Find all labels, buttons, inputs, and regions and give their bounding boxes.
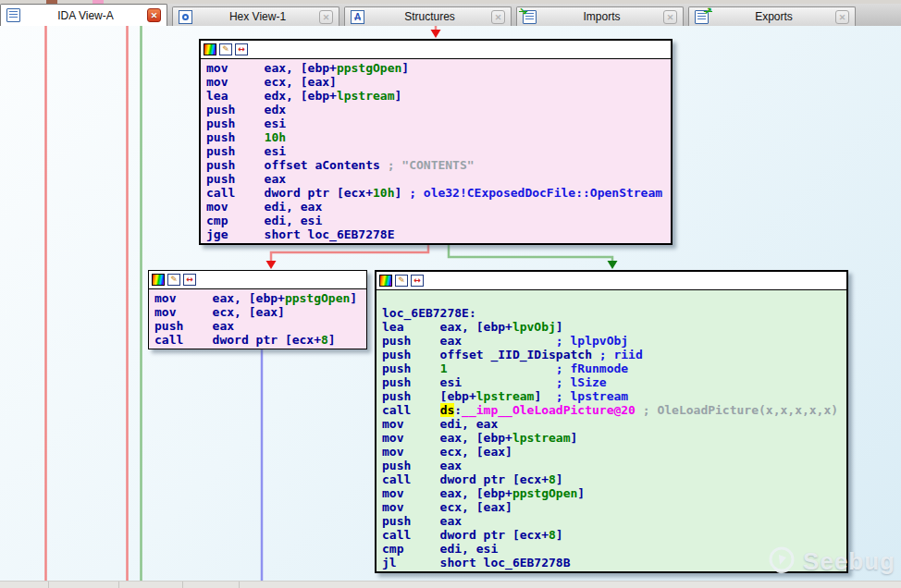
code-line[interactable]: mov eax, [ebp+ppstgOpen] — [154, 291, 366, 305]
instruction-token: push esi — [206, 116, 286, 130]
code-line[interactable]: call dword ptr [ecx+8] — [382, 472, 846, 486]
code-line[interactable]: push esi — [206, 144, 671, 158]
code-line[interactable]: push offset _IID_IDispatch ; riid — [382, 348, 846, 361]
instruction-token: lea edx, [ebp+ — [206, 89, 337, 103]
code-line[interactable]: push edx — [206, 103, 671, 116]
code-line[interactable]: call dword ptr [ecx+10h] ; ole32!CExpose… — [206, 186, 671, 200]
node-frame-icon[interactable]: ↔ — [183, 274, 196, 286]
node-edit-icon[interactable]: ✎ — [219, 43, 232, 55]
comment-token: ; lSize — [556, 375, 607, 389]
code-line[interactable]: lea edx, [ebp+lpstream] — [206, 89, 671, 103]
node-edit-icon[interactable]: ✎ — [167, 274, 180, 286]
instruction-token: push eax — [382, 459, 462, 472]
local-var-token: 8 — [549, 472, 556, 486]
comment-token: ; fRunmode — [556, 361, 628, 375]
node-frame-icon[interactable]: ↔ — [235, 43, 248, 55]
code-line[interactable]: call ds:__imp__OleLoadPicture@20 ; OleLo… — [382, 403, 846, 417]
instruction-token: ] — [571, 431, 578, 445]
tab-imports[interactable]: ↘Imports✕ — [516, 6, 684, 26]
node-color-palette-icon[interactable] — [204, 43, 216, 55]
instruction-token: push edx — [206, 103, 286, 116]
code-line[interactable]: mov ecx, [eax] — [382, 500, 846, 514]
node-code: mov eax, [ebp+ppstgOpen]mov ecx, [eax]le… — [201, 59, 671, 243]
instruction-token: ] — [395, 89, 402, 103]
instruction-token: mov ecx, [eax] — [382, 500, 512, 514]
code-line[interactable]: push eax — [382, 459, 846, 472]
node-oleloadpicture[interactable]: ✎↔ loc_6EB7278E:lea eax, [ebp+lpvObj]pus… — [375, 270, 848, 573]
structures-icon: A — [351, 10, 364, 24]
node-color-palette-icon[interactable] — [379, 275, 392, 287]
code-line[interactable]: mov edi, eax — [206, 200, 671, 214]
tab-exports[interactable]: ↗Exports✕ — [688, 6, 856, 26]
code-line[interactable]: push esi ; lSize — [382, 375, 846, 389]
code-line[interactable]: loc_6EB7278E: — [382, 306, 846, 320]
instruction-token: push eax — [206, 172, 286, 186]
node-code: loc_6EB7278E:lea eax, [ebp+lpvObj]push e… — [376, 290, 846, 571]
code-line[interactable]: push 1 ; fRunmode — [382, 361, 846, 375]
code-line[interactable]: cmp edi, esi — [382, 542, 846, 556]
tab-close-button[interactable]: ✕ — [835, 10, 849, 24]
instruction-token: ] — [328, 333, 336, 347]
code-line[interactable]: push eax — [206, 172, 671, 186]
code-line[interactable]: push [ebp+lpstream] ; lpstream — [382, 389, 846, 403]
false-branch-edge-arrowhead — [266, 261, 277, 269]
code-line[interactable]: call dword ptr [ecx+8] — [154, 333, 366, 347]
code-line[interactable]: mov ecx, [eax] — [206, 75, 671, 89]
instruction-token: push eax — [382, 334, 556, 348]
code-line[interactable]: mov eax, [ebp+lpstream] — [382, 431, 846, 445]
node-release[interactable]: ✎↔mov eax, [ebp+ppstgOpen]mov ecx, [eax]… — [148, 270, 367, 349]
code-line[interactable]: mov edi, eax — [382, 417, 846, 431]
tab-structures[interactable]: AStructures✕ — [344, 6, 512, 26]
instruction-token: mov ecx, [eax] — [206, 75, 337, 89]
code-line[interactable]: jl short loc_6EB7278B — [382, 556, 846, 570]
tab-label: Exports — [712, 10, 835, 23]
tab-close-button[interactable]: ✕ — [147, 8, 161, 22]
tab-close-button[interactable]: ✕ — [663, 10, 677, 24]
instruction-token: cmp edi, esi — [206, 214, 322, 227]
tab-close-button[interactable]: ✕ — [319, 10, 333, 24]
horizontal-scrollbar[interactable] — [0, 581, 901, 588]
code-line[interactable] — [382, 292, 846, 306]
code-line[interactable]: push 10h — [206, 130, 671, 144]
graph-canvas[interactable]: ✎↔mov eax, [ebp+ppstgOpen]mov ecx, [eax]… — [0, 26, 901, 588]
tab-hex-view-1[interactable]: Hex View-1✕ — [172, 6, 339, 26]
node-color-palette-icon[interactable] — [152, 274, 165, 286]
node-code: mov eax, [ebp+ppstgOpen]mov ecx, [eax]pu… — [149, 289, 366, 349]
code-line[interactable]: push esi — [206, 116, 671, 130]
code-line[interactable]: mov ecx, [eax] — [382, 445, 846, 459]
node-title-bar: ✎↔ — [201, 41, 671, 59]
node-title-bar: ✎↔ — [376, 272, 846, 290]
instruction-token: loc_6EB7278E: — [382, 306, 476, 320]
instruction-token: ] — [556, 472, 563, 486]
code-line[interactable]: mov eax, [ebp+ppstgOpen] — [382, 486, 846, 500]
tab-ida-view-a[interactable]: IDA View-A✕ — [0, 4, 167, 26]
tab-bar: IDA View-A✕Hex View-1✕AStructures✕↘Impor… — [0, 4, 901, 26]
instruction-token: ] — [577, 486, 585, 500]
instruction-token: ] — [534, 389, 555, 403]
tab-label: IDA View-A — [24, 9, 147, 22]
code-line[interactable]: push eax — [154, 319, 366, 333]
code-line[interactable]: mov eax, [ebp+ppstgOpen] — [206, 61, 671, 75]
node-frame-icon[interactable]: ↔ — [411, 275, 424, 287]
comment-token: ; lpstream — [556, 389, 628, 403]
node-edit-icon[interactable]: ✎ — [395, 275, 408, 287]
code-line[interactable]: push eax ; lplpvObj — [382, 334, 846, 348]
instruction-token: ] — [395, 186, 410, 200]
node-openstream[interactable]: ✎↔mov eax, [ebp+ppstgOpen]mov ecx, [eax]… — [199, 39, 673, 245]
code-line[interactable]: push eax — [382, 514, 846, 528]
local-var-token: lpvObj — [512, 320, 556, 334]
code-line[interactable]: lea eax, [ebp+lpvObj] — [382, 320, 846, 334]
local-var-token: lpstream — [337, 89, 395, 103]
local-var-token: 8 — [549, 528, 556, 542]
tab-close-button[interactable]: ✕ — [491, 10, 505, 24]
code-line[interactable]: jge short loc_6EB7278E — [206, 227, 671, 241]
true-branch-edge — [449, 243, 612, 264]
instruction-token: push — [206, 130, 265, 144]
code-line[interactable]: mov ecx, [eax] — [154, 305, 366, 319]
code-line[interactable]: call dword ptr [ecx+8] — [382, 528, 846, 542]
code-line[interactable]: push offset aContents ; "CONTENTS" — [206, 158, 671, 172]
instruction-token: mov ecx, [eax] — [382, 445, 512, 459]
instruction-token: jge short loc_6EB7278E — [206, 227, 395, 241]
comment-token: ; OleLoadPicture(x,x,x,x,x) — [643, 403, 838, 417]
code-line[interactable]: cmp edi, esi — [206, 214, 671, 227]
